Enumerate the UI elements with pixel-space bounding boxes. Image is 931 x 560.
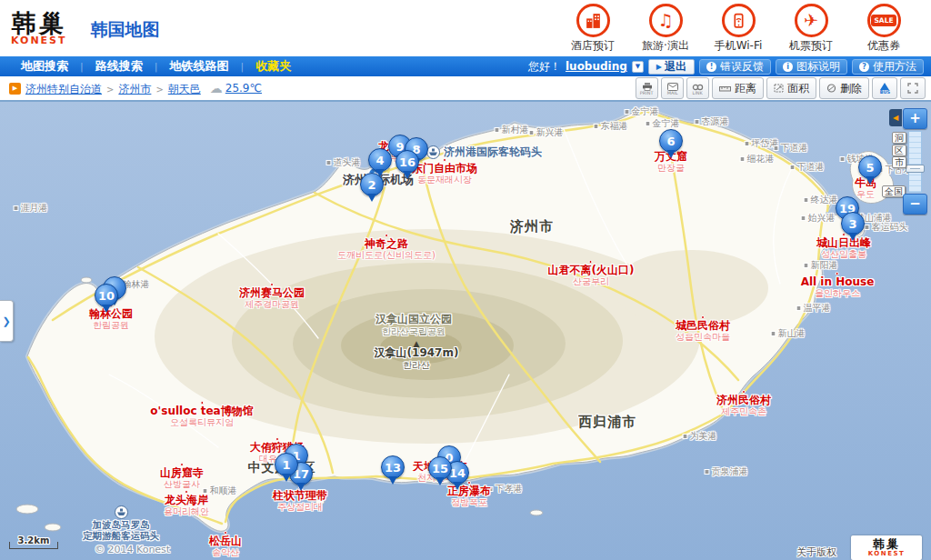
port-dot-icon [327,161,331,165]
breadcrumb-item-2[interactable]: 济州市 [118,83,151,95]
nav-item-3[interactable]: 地铁线路图 [157,58,240,75]
music-icon: ♫ [649,4,683,37]
hotel-icon [576,4,610,37]
map-marker-16[interactable]: 16 [395,150,419,174]
zoom-out-button[interactable]: − [903,194,927,215]
ferry-terminal-text: 济州港国际客轮码头 [444,145,542,160]
toolbar-bus-button[interactable]: BUS [872,77,897,99]
port-label: 金宁港 [626,107,659,116]
port-dot-icon [775,146,778,150]
port-dot-icon [696,120,699,124]
nav-buttons: !错误反馈i图标说明?使用方法 [699,59,924,75]
map-marker-4[interactable]: 4 [368,148,392,172]
map-marker-1[interactable]: 1 [275,453,298,476]
brand-cn-text: 韩巢 [873,539,900,550]
map-marker-15[interactable]: 15 [428,456,452,480]
map-marker-3[interactable]: 3 [841,212,865,235]
toolbar-printer-button[interactable]: PRINT [636,77,658,99]
feedback-icon: ! [706,62,716,72]
ferry-terminal-label: 加波岛马罗岛定期游船客运码头 [83,505,159,541]
zoom-slider-track[interactable] [908,131,922,193]
zoom-level-市[interactable]: 市 [892,156,906,168]
terrain-label: 汉拿山国立公园한라산국립공원 [375,314,452,336]
ruler-icon [719,85,731,93]
port-label: 客运码头 [866,223,908,232]
port-label: 细花港 [741,155,775,164]
username-link[interactable]: luobuding [566,60,627,73]
quick-link-hotel[interactable]: 酒店预订 [556,4,629,54]
port-dot-icon [15,206,18,210]
konest-map-logo[interactable]: 韩巢 KONEST [851,535,922,560]
zoom-slider-handle[interactable] [906,165,925,173]
map-marker-13[interactable]: 13 [381,455,405,479]
poi-label[interactable]: 神奇之路도깨비도로(신비의도로) [337,234,435,260]
quick-link-label: 优惠券 [867,38,900,54]
port-label: 为美港 [684,432,717,441]
nav-items: 地图搜索|路线搜索|地铁线路图|收藏夹 [9,58,303,75]
poi-label[interactable]: 东门自由市场동문재래시장 [412,158,477,185]
konest-logo[interactable]: 韩巢 KONEST [11,12,67,45]
zoom-collapse-arrow-icon[interactable]: ◀ [889,109,902,126]
toolbar-ruler-button[interactable]: 距离 [712,77,764,99]
zoom-level-区[interactable]: 区 [892,145,906,156]
toolbar-link-button[interactable]: LINK [686,77,709,99]
nav-button-label: 错误反馈 [720,59,764,75]
port-dot-icon [684,435,687,438]
map-marker-5[interactable]: 5 [858,155,882,179]
nav-item-2[interactable]: 路线搜索 [84,58,155,75]
poi-label[interactable]: 城山日出峰성산일출봉 [816,233,871,259]
poi-label[interactable]: 松岳山송악산 [209,531,242,557]
nav-button-help[interactable]: ?使用方法 [852,59,924,75]
logout-button[interactable]: ▶ 退出 [648,59,695,75]
header: 韩巢 KONEST 韩国地图 酒店预订♫旅游·演出手机Wi-Fi✈机票预订SAL… [0,0,931,56]
temperature-value[interactable]: 25.9℃ [225,82,262,95]
main-nav: 地图搜索|路线搜索|地铁线路图|收藏夹 您好！ luobuding ▼ ▶ 退出… [0,56,931,76]
toolbar-area-button[interactable]: 面积 [766,77,816,99]
map-canvas[interactable]: 涯月港翰林港道头港新村港新兴港东福港金宁港金宁港杏源港坪岱港下道港细花港下道港钱… [0,100,931,560]
area-icon [774,84,784,93]
poi-label[interactable]: 山君不离(火山口)산굼부리 [548,260,635,286]
breadcrumb-marker-icon: ▶ [9,83,21,95]
nav-button-info[interactable]: i图标说明 [776,59,847,75]
port-dot-icon [496,128,499,132]
bus-icon: BUS [878,82,892,95]
breadcrumb-separator: > [106,85,114,95]
breadcrumb: 济州特别自治道>济州市>朝天邑 [25,79,201,97]
port-dot-icon [595,125,598,128]
poi-label[interactable]: 山房窟寺산방굴사 [160,463,204,489]
map-marker-6[interactable]: 6 [659,129,683,153]
port-dot-icon [841,157,845,161]
zoom-level-洞[interactable]: 洞 [892,132,906,144]
toolbar-eraser-button[interactable]: 删除 [819,77,869,99]
phone-wifi-icon [722,4,756,37]
quick-link-plane[interactable]: ✈机票预订 [775,4,847,54]
poi-label[interactable]: 城邑民俗村성읍민속마을 [676,315,730,342]
nav-item-4[interactable]: 收藏夹 [244,58,303,75]
user-dropdown-icon[interactable]: ▼ [632,61,644,73]
toolbar-fullscreen-button[interactable] [900,77,926,99]
rights-link[interactable]: 关于版权 [796,545,836,559]
breadcrumb-item-3[interactable]: 朝天邑 [168,83,201,95]
quick-link-sale[interactable]: SALE优惠券 [847,4,920,54]
nav-button-feedback[interactable]: !错误反馈 [699,59,771,75]
port-dot-icon [802,216,806,220]
zoom-in-button[interactable]: + [903,108,927,129]
poi-label[interactable]: o'sulloc tea博物馆오설록티뮤지엄 [150,401,253,427]
fullscreen-icon [907,83,918,94]
poi-label[interactable]: 济州赛马公园제주경마공원 [239,283,305,309]
map-marker-10[interactable]: 10 [95,284,118,307]
ferry-terminal-text: 定期游船客运码头 [83,531,159,541]
poi-label[interactable]: 龙头海岸용머리해안 [164,490,209,516]
quick-link-music[interactable]: ♫旅游·演出 [629,4,702,54]
port-dot-icon [866,225,869,229]
quick-link-phone-wifi[interactable]: 手机Wi-Fi [702,4,775,54]
breadcrumb-item-1[interactable]: 济州特别自治道 [25,83,102,95]
poi-label[interactable]: 济州民俗村제주민속촌 [716,390,771,416]
toolbar-mail-button[interactable]: MAIL [661,77,684,99]
nav-item-1[interactable]: 地图搜索 [9,58,80,75]
poi-label[interactable]: All in House올인하우스 [801,272,875,298]
port-label: 新村港 [496,125,529,135]
side-panel-expand-tab[interactable]: ❯ [0,300,14,342]
map-marker-2[interactable]: 2 [360,173,384,196]
info-icon: i [783,62,793,72]
